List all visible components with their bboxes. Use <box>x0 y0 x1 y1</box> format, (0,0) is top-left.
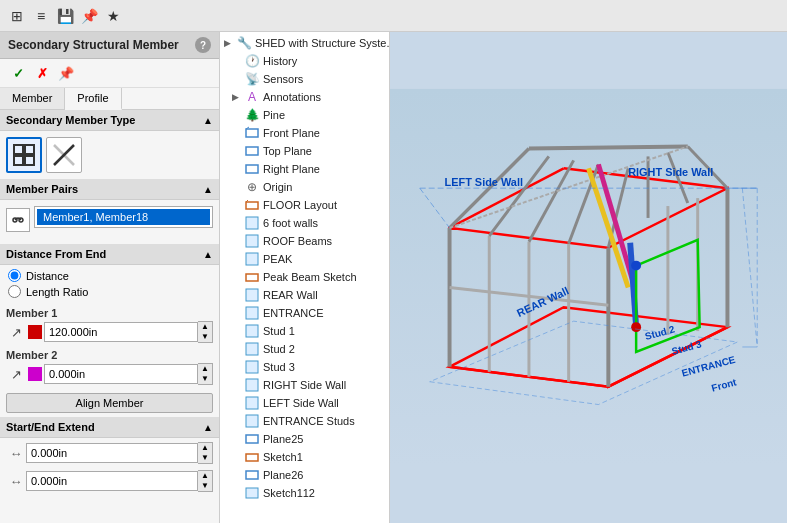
tab-member[interactable]: Member <box>0 88 65 109</box>
tree-item-peak[interactable]: PEAK <box>220 250 389 268</box>
svg-rect-25 <box>246 379 258 391</box>
svg-rect-3 <box>25 156 34 165</box>
radio-length-ratio: Length Ratio <box>8 285 211 298</box>
pair-link-icon[interactable] <box>6 208 30 232</box>
plane-icon-right <box>244 161 260 177</box>
viewport[interactable]: LEFT Side Wall RIGHT Side Wall REAR Wall… <box>390 32 787 523</box>
tree-item-origin[interactable]: ⊕ Origin <box>220 178 389 196</box>
radio-distance-input[interactable] <box>8 269 21 282</box>
history-icon: 🕐 <box>244 53 260 69</box>
tree-item-pine[interactable]: 🌲 Pine <box>220 106 389 124</box>
feature-icon-right-side-wall <box>244 377 260 393</box>
tree-item-right-plane[interactable]: Right Plane <box>220 160 389 178</box>
origin-icon: ⊕ <box>244 179 260 195</box>
tree-item-roof-beams[interactable]: ROOF Beams <box>220 232 389 250</box>
plane-icon-front <box>244 125 260 141</box>
tree-item-sketch1[interactable]: Sketch1 <box>220 448 389 466</box>
feature-icon-6foot <box>244 215 260 231</box>
sketch-icon-peak-beam <box>244 269 260 285</box>
tree-item-rear-wall[interactable]: REAR Wall <box>220 286 389 304</box>
tree-item-floor-layout[interactable]: FLOOR Layout <box>220 196 389 214</box>
radio-length-ratio-input[interactable] <box>8 285 21 298</box>
tree-item-right-side-wall[interactable]: RIGHT Side Wall <box>220 376 389 394</box>
svg-point-63 <box>631 261 641 271</box>
tree-item-stud1[interactable]: Stud 1 <box>220 322 389 340</box>
help-button[interactable]: ? <box>195 37 211 53</box>
tree-item-entrance[interactable]: ENTRANCE <box>220 304 389 322</box>
member-type-grid-icon[interactable] <box>6 137 42 173</box>
member2-spinner-down[interactable]: ▼ <box>198 374 212 384</box>
svg-rect-13 <box>246 202 258 209</box>
end-extend-spinner-down[interactable]: ▼ <box>198 481 212 491</box>
distance-from-end-header[interactable]: Distance From End ▲ <box>0 244 219 265</box>
feature-icon-stud2 <box>244 341 260 357</box>
tree-item-sketch112[interactable]: Sketch112 <box>220 484 389 502</box>
tree-item-stud3[interactable]: Stud 3 <box>220 358 389 376</box>
svg-rect-24 <box>246 361 258 373</box>
cancel-button[interactable]: ✗ <box>32 63 52 83</box>
tree-item-annotations[interactable]: ▶ A Annotations <box>220 88 389 106</box>
svg-rect-18 <box>246 253 258 265</box>
start-extend-icon: ↔ <box>6 443 26 463</box>
plane-icon-plane25 <box>244 431 260 447</box>
tab-profile[interactable]: Profile <box>65 88 121 110</box>
right-area: ▶ 🔧 SHED with Structure Syste... 🕐 Histo… <box>220 32 787 523</box>
start-extend-input[interactable]: 0.000in <box>26 443 198 463</box>
member2-spinner-up[interactable]: ▲ <box>198 364 212 374</box>
main-layout: Secondary Structural Member ? ✓ ✗ 📌 Memb… <box>0 32 787 523</box>
ok-button[interactable]: ✓ <box>8 63 28 83</box>
tree-item-plane26[interactable]: Plane26 <box>220 466 389 484</box>
sensor-icon: 📡 <box>244 71 260 87</box>
member2-arrow-icon: ↗ <box>6 364 26 384</box>
tree-item-sensors[interactable]: 📡 Sensors <box>220 70 389 88</box>
tree-root[interactable]: ▶ 🔧 SHED with Structure Syste... <box>220 34 389 52</box>
top-toolbar: ⊞ ≡ 💾 📌 ★ <box>0 0 787 32</box>
member-type-diagonal-icon[interactable] <box>46 137 82 173</box>
tree-item-entrance-studs[interactable]: ENTRANCE Studs <box>220 412 389 430</box>
tree-item-top-plane[interactable]: Top Plane <box>220 142 389 160</box>
tree-item-stud2[interactable]: Stud 2 <box>220 340 389 358</box>
part-icon: 🔧 <box>236 35 252 51</box>
end-extend-spinner-up[interactable]: ▲ <box>198 471 212 481</box>
feature-icon-rear-wall <box>244 287 260 303</box>
end-extend-row: ↔ 0.000in ▲ ▼ <box>0 470 219 492</box>
svg-rect-12 <box>246 165 258 173</box>
start-extend-spinner-up[interactable]: ▲ <box>198 443 212 453</box>
svg-rect-21 <box>246 307 258 319</box>
pin-action-button[interactable]: 📌 <box>56 63 76 83</box>
member1-value-input[interactable]: 120.000in <box>44 322 198 342</box>
toolbar-grid-icon[interactable]: ⊞ <box>6 5 28 27</box>
toolbar-pin-icon[interactable]: 📌 <box>78 5 100 27</box>
start-extend-spinner-down[interactable]: ▼ <box>198 453 212 463</box>
start-end-extend-header[interactable]: Start/End Extend ▲ <box>0 417 219 438</box>
member1-spinner-down[interactable]: ▼ <box>198 332 212 342</box>
member-pair-item[interactable]: Member1, Member18 <box>37 209 210 225</box>
member1-color-swatch <box>28 325 42 339</box>
member2-spinner: ▲ ▼ <box>198 363 213 385</box>
svg-rect-29 <box>246 454 258 461</box>
member2-value-input[interactable]: 0.000in <box>44 364 198 384</box>
secondary-member-type-header[interactable]: Secondary Member Type ▲ <box>0 110 219 131</box>
svg-rect-17 <box>246 235 258 247</box>
end-extend-icon: ↔ <box>6 471 26 491</box>
sketch-icon-floor <box>244 197 260 213</box>
tree-item-front-plane[interactable]: Front Plane <box>220 124 389 142</box>
end-extend-input[interactable]: 0.000in <box>26 471 198 491</box>
svg-rect-2 <box>14 156 23 165</box>
tree-item-peak-beam-sketch[interactable]: Peak Beam Sketch <box>220 268 389 286</box>
member1-label: Member 1 <box>0 305 219 321</box>
toolbar-list-icon[interactable]: ≡ <box>30 5 52 27</box>
member-pairs-header[interactable]: Member Pairs ▲ <box>0 179 219 200</box>
tree-item-plane25[interactable]: Plane25 <box>220 430 389 448</box>
start-extend-spinner: ▲ ▼ <box>198 442 213 464</box>
member1-spinner-up[interactable]: ▲ <box>198 322 212 332</box>
tree-item-left-side-wall[interactable]: LEFT Side Wall <box>220 394 389 412</box>
feature-icon-entrance-studs <box>244 413 260 429</box>
tree-item-history[interactable]: 🕐 History <box>220 52 389 70</box>
svg-rect-28 <box>246 435 258 443</box>
align-member-button[interactable]: Align Member <box>6 393 213 413</box>
feature-icon-entrance <box>244 305 260 321</box>
toolbar-star-icon[interactable]: ★ <box>102 5 124 27</box>
tree-item-6foot-walls[interactable]: 6 foot walls <box>220 214 389 232</box>
toolbar-save-icon[interactable]: 💾 <box>54 5 76 27</box>
